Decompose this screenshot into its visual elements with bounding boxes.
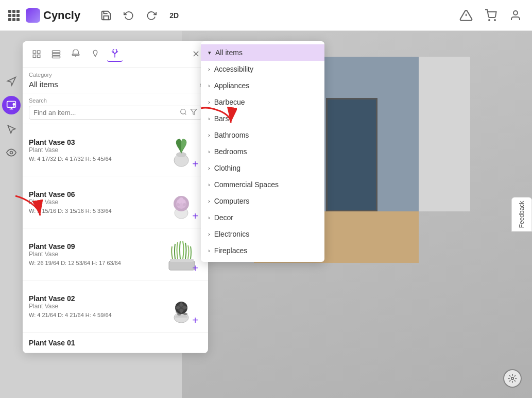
draw-tool-button[interactable] xyxy=(2,72,21,91)
svg-rect-17 xyxy=(53,51,60,53)
dropdown-item-label: Clothing xyxy=(214,164,241,172)
apps-icon[interactable] xyxy=(8,10,20,21)
chevron-right-icon: › xyxy=(208,247,210,254)
search-input[interactable] xyxy=(33,109,180,117)
user-icon[interactable] xyxy=(507,7,524,24)
dropdown-item-appliances[interactable]: › Appliances xyxy=(201,77,324,94)
wall-right xyxy=(419,57,470,211)
eye-tool-button[interactable] xyxy=(2,143,21,162)
item-type: Plant Vase xyxy=(29,198,161,206)
svg-point-34 xyxy=(183,203,186,206)
topbar-right xyxy=(458,7,524,24)
item-type: Plant Vase xyxy=(29,146,161,154)
search-icon[interactable] xyxy=(180,108,187,117)
category-dropdown: ▾ All items › Accessibility › Appliances… xyxy=(201,41,324,262)
item-type: Plant Vase xyxy=(29,303,161,310)
svg-rect-36 xyxy=(170,259,194,262)
dropdown-item-electronics[interactable]: › Electronics xyxy=(201,226,324,242)
dropdown-item-label: Bathrooms xyxy=(214,131,249,139)
mode-2d-button[interactable]: 2D xyxy=(165,6,183,25)
svg-point-10 xyxy=(13,104,14,105)
topbar-left: Cyncly xyxy=(8,6,183,25)
navigation-dot[interactable] xyxy=(503,369,522,388)
dropdown-item-label: Accessibility xyxy=(214,65,253,73)
cursor-tool-button[interactable] xyxy=(2,120,21,138)
item-dims: W: 26 19/64 D: 12 53/64 H: 17 63/64 xyxy=(29,260,161,266)
tab-faucet[interactable] xyxy=(68,46,83,62)
dropdown-item-computers[interactable]: › Computers xyxy=(201,193,324,209)
redo-button[interactable] xyxy=(142,6,161,25)
dropdown-item-bathrooms[interactable]: › Bathrooms xyxy=(201,127,324,143)
logo: Cyncly xyxy=(26,8,80,23)
svg-rect-19 xyxy=(53,56,60,58)
item-info: Plant Vase 06 Plant Vase W: 3 15/16 D: 3… xyxy=(29,190,161,214)
svg-point-12 xyxy=(10,152,13,154)
dropdown-item-decor[interactable]: › Decor xyxy=(201,209,324,226)
logo-icon xyxy=(26,8,40,23)
main-area: Feedback xyxy=(0,31,532,398)
chevron-right-icon: › xyxy=(208,115,210,122)
category-section: Category All items › xyxy=(23,68,208,93)
save-button[interactable] xyxy=(97,6,115,25)
dropdown-item-label: All items xyxy=(215,48,243,57)
item-info: Plant Vase 01 xyxy=(29,339,202,347)
dropdown-item-label: Commercial Spaces xyxy=(214,180,279,189)
panel-tabs xyxy=(29,46,123,62)
dropdown-item-label: Computers xyxy=(214,197,249,205)
svg-marker-23 xyxy=(191,109,197,115)
undo-button[interactable] xyxy=(119,6,138,25)
topbar: Cyncly xyxy=(0,0,532,31)
add-button[interactable]: + xyxy=(190,158,201,170)
dropdown-item-bars[interactable]: › Bars xyxy=(201,110,324,127)
item-dims: W: 4 17/32 D: 4 17/32 H: 5 45/64 xyxy=(29,156,161,162)
item-thumbnail: + xyxy=(161,234,202,275)
left-tools xyxy=(0,31,23,398)
tab-lamp[interactable] xyxy=(88,46,103,62)
chevron-right-icon: › xyxy=(208,214,210,221)
tab-layers[interactable] xyxy=(48,46,64,62)
feedback-tab[interactable]: Feedback xyxy=(511,197,532,232)
category-selector[interactable]: All items › xyxy=(29,80,202,89)
items-list: Plant Vase 03 Plant Vase W: 4 17/32 D: 4… xyxy=(23,124,208,353)
list-item: Plant Vase 03 Plant Vase W: 4 17/32 D: 4… xyxy=(23,124,208,176)
search-icons xyxy=(180,108,197,117)
list-item: Plant Vase 06 Plant Vase W: 3 15/16 D: 3… xyxy=(23,176,208,228)
dropdown-item-commercial-spaces[interactable]: › Commercial Spaces xyxy=(201,176,324,193)
svg-point-32 xyxy=(179,197,183,202)
item-name: Plant Vase 03 xyxy=(29,138,161,146)
panel-header: ✕ xyxy=(23,41,208,68)
dropdown-item-bedrooms[interactable]: › Bedrooms xyxy=(201,143,324,160)
furniture-tool-button[interactable] xyxy=(2,96,21,114)
tab-grid[interactable] xyxy=(29,46,44,62)
list-item: Plant Vase 02 Plant Vase W: 4 21/64 D: 4… xyxy=(23,280,208,333)
dropdown-item-fireplaces[interactable]: › Fireplaces xyxy=(201,242,324,259)
tab-plant[interactable] xyxy=(107,46,123,62)
item-name: Plant Vase 06 xyxy=(29,190,161,198)
item-info: Plant Vase 09 Plant Vase W: 26 19/64 D: … xyxy=(29,242,161,266)
add-button[interactable]: + xyxy=(190,262,201,274)
search-row xyxy=(29,106,202,120)
item-name: Plant Vase 09 xyxy=(29,242,161,251)
close-button[interactable]: ✕ xyxy=(190,48,202,60)
svg-point-21 xyxy=(181,109,185,114)
chevron-right-icon: › xyxy=(208,198,210,204)
dropdown-item-accessibility[interactable]: › Accessibility xyxy=(201,61,324,77)
item-info: Plant Vase 03 Plant Vase W: 4 17/32 D: 4… xyxy=(29,138,161,162)
dropdown-item-clothing[interactable]: › Clothing xyxy=(201,160,324,176)
dropdown-item-label: Decor xyxy=(214,213,233,222)
dropdown-item-all-items[interactable]: ▾ All items xyxy=(201,44,324,61)
svg-rect-13 xyxy=(33,51,36,53)
dropdown-item-label: Electronics xyxy=(214,230,249,238)
add-button[interactable]: + xyxy=(190,314,201,326)
chevron-right-icon: › xyxy=(208,165,210,171)
svg-point-3 xyxy=(494,20,495,21)
filter-icon[interactable] xyxy=(190,108,197,117)
cart-icon[interactable] xyxy=(483,7,499,24)
svg-rect-20 xyxy=(72,54,79,55)
chevron-right-icon: › xyxy=(208,132,210,138)
item-thumbnail: + xyxy=(161,129,202,171)
chevron-down-icon: ▾ xyxy=(208,49,211,56)
dropdown-item-barbecue[interactable]: › Barbecue xyxy=(201,94,324,110)
add-button[interactable]: + xyxy=(190,210,201,222)
warning-icon[interactable] xyxy=(458,7,474,24)
